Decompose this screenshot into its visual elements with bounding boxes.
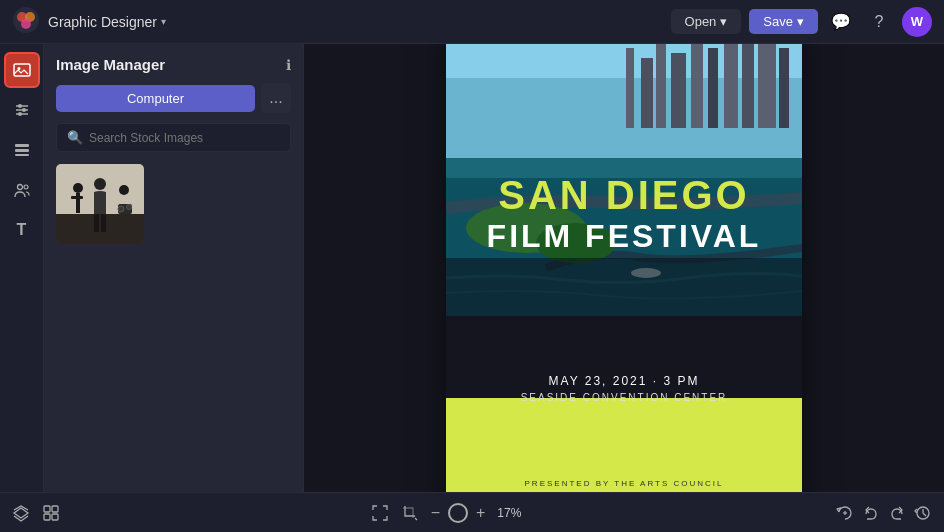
zoom-out-button[interactable]: −	[431, 504, 440, 522]
info-icon[interactable]: ℹ	[286, 57, 291, 73]
svg-rect-49	[52, 506, 58, 512]
save-chevron: ▾	[797, 14, 804, 29]
sidebar-item-people[interactable]	[4, 172, 40, 208]
panel-title: Image Manager	[56, 56, 165, 73]
project-chevron: ▾	[161, 16, 166, 27]
project-name[interactable]: Graphic Designer ▾	[48, 14, 166, 30]
sidebar-item-text[interactable]: T	[4, 212, 40, 248]
festival-info-area: MAY 23, 2021 · 3 PM SEASIDE CONVENTION C…	[446, 374, 802, 403]
help-button[interactable]: ?	[864, 7, 894, 37]
svg-point-3	[21, 19, 31, 29]
design-canvas: SAN DIEGO FILM FESTIVAL MAY 23, 2021 · 3…	[446, 44, 802, 492]
svg-line-52	[415, 518, 417, 520]
svg-point-20	[73, 183, 83, 193]
open-chevron: ▾	[720, 14, 727, 29]
crop-button[interactable]	[401, 504, 419, 522]
search-input[interactable]	[89, 131, 280, 145]
more-options-button[interactable]: ...	[261, 83, 291, 113]
search-icon: 🔍	[67, 130, 83, 145]
svg-rect-50	[44, 514, 50, 520]
svg-point-29	[127, 205, 132, 210]
festival-yellow-band	[446, 398, 802, 492]
topbar-actions: Open ▾ Save ▾ 💬 ? W	[671, 7, 932, 37]
zoom-controls: − + 17%	[431, 503, 526, 523]
svg-point-16	[24, 185, 28, 189]
canvas-area: SAN DIEGO FILM FESTIVAL MAY 23, 2021 · 3…	[304, 44, 944, 492]
poster-content: SAN DIEGO FILM FESTIVAL MAY 23, 2021 · 3…	[446, 44, 802, 492]
svg-rect-22	[71, 196, 83, 199]
svg-rect-13	[15, 149, 29, 152]
svg-rect-12	[15, 144, 29, 147]
app-logo[interactable]	[12, 6, 40, 38]
sidebar-item-image-manager[interactable]	[4, 52, 40, 88]
svg-point-11	[18, 112, 22, 116]
svg-point-28	[118, 206, 124, 212]
bottombar: − + 17%	[0, 492, 944, 532]
layers-button[interactable]	[12, 504, 30, 522]
festival-title-area: SAN DIEGO FILM FESTIVAL	[446, 173, 802, 255]
svg-rect-14	[15, 154, 29, 156]
user-avatar[interactable]: W	[902, 7, 932, 37]
panel-tabs: Computer ...	[56, 83, 291, 113]
grid-button[interactable]	[42, 504, 60, 522]
festival-title-line1: SAN DIEGO	[446, 173, 802, 217]
zoom-ring[interactable]	[448, 503, 468, 523]
svg-point-15	[17, 185, 22, 190]
svg-point-26	[119, 185, 129, 195]
svg-rect-19	[56, 214, 144, 244]
history-button[interactable]	[914, 504, 932, 522]
svg-rect-25	[101, 214, 106, 232]
festival-date: MAY 23, 2021 · 3 PM	[446, 374, 802, 388]
thumbnail-band[interactable]	[56, 164, 144, 244]
festival-presented: PRESENTED BY THE ARTS COUNCIL	[446, 479, 802, 488]
fit-screen-button[interactable]	[371, 504, 389, 522]
topbar: Graphic Designer ▾ Open ▾ Save ▾ 💬 ? W	[0, 0, 944, 44]
festival-venue: SEASIDE CONVENTION CENTER	[446, 392, 802, 403]
sidebar-item-adjustments[interactable]	[4, 92, 40, 128]
svg-point-23	[94, 178, 106, 190]
svg-rect-24	[94, 214, 99, 232]
icon-sidebar: T	[0, 44, 44, 492]
comment-button[interactable]: 💬	[826, 7, 856, 37]
svg-point-9	[22, 108, 26, 112]
history-controls	[836, 504, 932, 522]
main-area: T Image Manager ℹ Computer ... 🔍	[0, 44, 944, 492]
computer-tab[interactable]: Computer	[56, 85, 255, 112]
image-manager-panel: Image Manager ℹ Computer ... 🔍	[44, 44, 304, 492]
festival-title-line2: FILM FESTIVAL	[446, 217, 802, 255]
svg-rect-51	[52, 514, 58, 520]
image-grid	[56, 164, 291, 244]
redo-button[interactable]	[888, 504, 906, 522]
svg-point-7	[18, 104, 22, 108]
save-button[interactable]: Save ▾	[749, 9, 818, 34]
open-button[interactable]: Open ▾	[671, 9, 742, 34]
text-tool-icon: T	[17, 221, 27, 239]
zoom-level: 17%	[493, 506, 525, 520]
svg-rect-48	[44, 506, 50, 512]
panel-header: Image Manager ℹ	[56, 56, 291, 73]
sidebar-item-layout[interactable]	[4, 132, 40, 168]
search-bar: 🔍	[56, 123, 291, 152]
undo-group-button[interactable]	[836, 504, 854, 522]
undo-button[interactable]	[862, 504, 880, 522]
zoom-in-button[interactable]: +	[476, 504, 485, 522]
